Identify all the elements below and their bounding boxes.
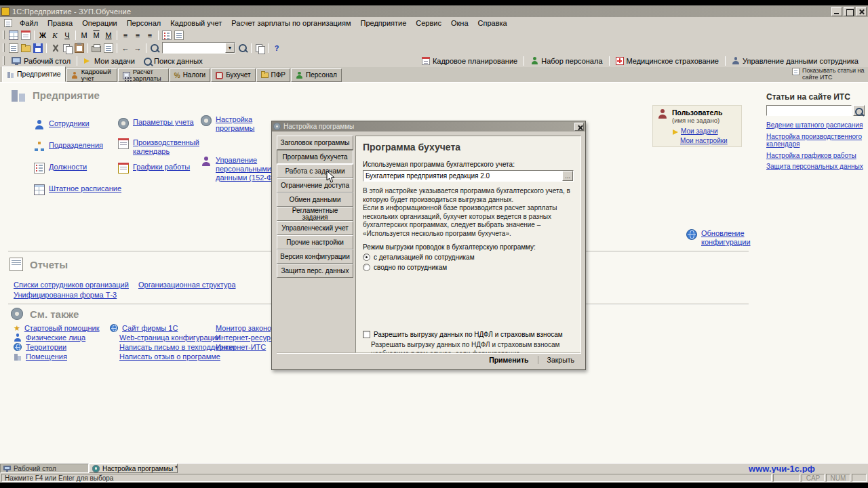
print-preview-icon[interactable] bbox=[102, 43, 115, 54]
web-config-link[interactable]: Web-страница конфигурации bbox=[119, 333, 220, 342]
menu-payroll[interactable]: Расчет зарплаты по организациям bbox=[226, 18, 355, 28]
tab-pfr[interactable]: ПФР bbox=[256, 68, 290, 82]
menu-windows[interactable]: Окна bbox=[446, 18, 473, 28]
data-search-button[interactable]: Поиск данных bbox=[139, 56, 207, 66]
accounting-params-link[interactable]: Параметры учета bbox=[133, 118, 194, 127]
table-icon[interactable] bbox=[7, 30, 20, 41]
dialog-tab-version[interactable]: Версия конфигурации bbox=[277, 249, 353, 264]
premises-link[interactable]: Помещения bbox=[26, 352, 67, 361]
align-left-icon[interactable]: ≡ bbox=[119, 30, 132, 41]
report-org-structure-link[interactable]: Организационная структура bbox=[138, 281, 236, 289]
site-1c-link[interactable]: Сайт фирмы 1С bbox=[122, 324, 178, 333]
italic-icon[interactable]: К bbox=[49, 30, 61, 41]
save-icon[interactable] bbox=[32, 43, 44, 54]
departments-link[interactable]: Подразделения bbox=[49, 141, 103, 150]
font-normal-icon[interactable]: М bbox=[78, 30, 90, 41]
radio-detailed[interactable]: с детализацией по сотрудникам bbox=[363, 253, 574, 261]
menu-enterprise[interactable]: Предприятие bbox=[356, 18, 412, 28]
open-folder-icon[interactable] bbox=[20, 43, 32, 54]
align-right-icon[interactable]: ≡ bbox=[144, 30, 156, 41]
medical-insurance-button[interactable]: Медицинское страхование bbox=[612, 56, 723, 66]
menu-hr[interactable]: Кадровый учет bbox=[165, 18, 226, 28]
taskbar-tab-settings[interactable]: Настройка программы * bbox=[89, 464, 178, 473]
menu-operations[interactable]: Операции bbox=[77, 18, 121, 28]
report-t3-form-link[interactable]: Унифицированная форма Т-3 bbox=[14, 291, 117, 299]
dialog-tab-accounting-program[interactable]: Программа бухучета bbox=[277, 150, 353, 164]
dialog-tab-scheduled-jobs[interactable]: Регламентные задания bbox=[277, 207, 353, 221]
production-calendar-link[interactable]: Производственный календарь bbox=[133, 138, 206, 156]
hr-planning-button[interactable]: Кадровое планирование bbox=[418, 56, 521, 66]
its-link-calendar[interactable]: Настройка производственного календаря bbox=[766, 133, 867, 148]
recruiting-button[interactable]: Набор персонала bbox=[526, 56, 606, 66]
dialog-tab-tasks[interactable]: Работа с задачами bbox=[277, 164, 353, 178]
font-super-icon[interactable]: М bbox=[90, 30, 102, 41]
my-tasks-button[interactable]: Мои задачи bbox=[79, 56, 139, 66]
tab-enterprise[interactable]: Предприятие bbox=[2, 66, 66, 82]
start-assistant-link[interactable]: Стартовый помощник bbox=[24, 324, 100, 333]
search-combo[interactable]: ▾ bbox=[162, 42, 235, 54]
font-sub-icon[interactable]: М bbox=[102, 30, 115, 41]
feedback-link[interactable]: Написать отзыв о программе bbox=[119, 352, 220, 361]
underline-icon[interactable]: Ч bbox=[61, 30, 73, 41]
its-search-input[interactable] bbox=[766, 105, 852, 116]
chevron-down-icon[interactable]: ▾ bbox=[225, 43, 235, 53]
toolbar-grip[interactable] bbox=[3, 30, 5, 39]
menu-edit[interactable]: Правка bbox=[43, 18, 77, 28]
toolbar-grip[interactable] bbox=[3, 56, 5, 65]
dialog-tab-access[interactable]: Ограничение доступа bbox=[277, 178, 353, 192]
its-link-personal-data[interactable]: Защита персональных данных bbox=[766, 163, 867, 171]
choose-button[interactable]: ... bbox=[562, 171, 573, 181]
close-button[interactable]: Закрыть bbox=[541, 354, 580, 365]
my-tasks-link[interactable]: Мои задачи bbox=[681, 127, 718, 135]
territories-link[interactable]: Территории bbox=[26, 343, 66, 352]
menu-service[interactable]: Сервис bbox=[411, 18, 446, 28]
checkbox-ndfl-export[interactable]: Разрешить выгрузку данных по НДФЛ и стра… bbox=[363, 331, 574, 338]
list-icon[interactable] bbox=[161, 30, 173, 41]
positions-link[interactable]: Должности bbox=[49, 163, 87, 171]
internet-its-link[interactable]: Интернет-ИТС bbox=[216, 343, 266, 351]
apply-button[interactable]: Применить bbox=[483, 354, 534, 365]
tab-accounting[interactable]: Бухучет bbox=[211, 68, 255, 82]
dialog-tab-other[interactable]: Прочие настройки bbox=[277, 235, 353, 249]
related-docs-icon[interactable] bbox=[254, 43, 266, 54]
employee-data-button[interactable]: Управление данными сотрудника bbox=[728, 56, 863, 66]
menu-help[interactable]: Справка bbox=[473, 18, 512, 28]
tab-hr[interactable]: Кадровый учет bbox=[66, 68, 117, 82]
search-input[interactable] bbox=[163, 43, 225, 52]
tab-taxes[interactable]: % Налоги bbox=[170, 68, 210, 82]
paste-icon[interactable] bbox=[73, 43, 85, 54]
outline-doc-icon[interactable] bbox=[173, 30, 185, 41]
tab-payroll[interactable]: Расчет зарплаты bbox=[118, 68, 169, 82]
minimize-icon[interactable] bbox=[831, 7, 842, 16]
undo-icon[interactable]: ← bbox=[119, 43, 132, 54]
its-link-schedules[interactable]: Настройка графиков работы bbox=[766, 152, 867, 160]
close-icon[interactable] bbox=[856, 7, 867, 16]
new-document-icon[interactable] bbox=[7, 43, 20, 54]
bold-icon[interactable]: Ж bbox=[37, 30, 49, 41]
individuals-link[interactable]: Физические лица bbox=[26, 333, 85, 342]
search-next-icon[interactable] bbox=[237, 43, 249, 54]
its-link-staffing[interactable]: Ведение штатного расписания bbox=[766, 121, 867, 129]
radio-summary[interactable]: сводно по сотрудникам bbox=[363, 264, 574, 271]
dialog-tab-header[interactable]: Заголовок программы bbox=[277, 136, 353, 150]
search-icon[interactable] bbox=[149, 43, 161, 54]
copy-icon[interactable] bbox=[61, 43, 73, 54]
menu-personnel[interactable]: Персонал bbox=[122, 18, 166, 28]
program-settings-link[interactable]: Настройка программы bbox=[216, 115, 264, 133]
staffing-table-link[interactable]: Штатное расписание bbox=[49, 184, 121, 193]
dialog-close-icon[interactable] bbox=[574, 123, 584, 131]
employees-link[interactable]: Сотрудники bbox=[49, 119, 90, 128]
dialog-tab-exchange[interactable]: Обмен данными bbox=[277, 192, 353, 207]
show-its-toggle[interactable]: Показывать статьи на сайте ИТС bbox=[792, 68, 865, 81]
accounting-program-field[interactable]: Бухгалтерия предприятия редакция 2.0 ... bbox=[363, 170, 574, 182]
update-config-link[interactable]: Обновление конфигурации bbox=[701, 229, 755, 247]
menu-file[interactable]: Файл bbox=[15, 18, 43, 28]
dialog-tab-management[interactable]: Управленческий учет bbox=[277, 221, 353, 235]
report-employee-lists-link[interactable]: Списки сотрудников организаций bbox=[14, 281, 129, 289]
taskbar-tab-desktop[interactable]: Рабочий стол bbox=[0, 464, 89, 473]
its-search-button[interactable] bbox=[853, 105, 865, 116]
print-icon[interactable] bbox=[90, 43, 102, 54]
work-schedules-link[interactable]: Графики работы bbox=[133, 163, 190, 171]
dialog-tab-personal-data[interactable]: Защита перс. данных bbox=[277, 264, 353, 278]
redo-icon[interactable]: → bbox=[132, 43, 144, 54]
